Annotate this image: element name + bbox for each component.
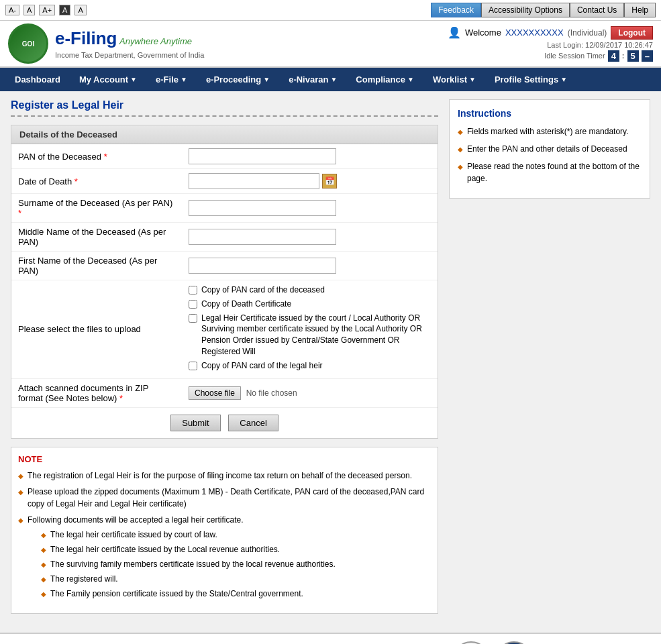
right-panel: Instructions Fields marked with asterisk… [449,99,650,614]
header: GOI e-Filing Anywhere Anytime Income Tax… [0,21,661,68]
eproceeding-arrow: ▼ [263,76,270,83]
nav-my-account[interactable]: My Account ▼ [70,68,146,91]
session-timer-label: Idle Session Timer [544,52,605,60]
timer-hours: 4 [608,50,619,62]
last-login-label: Last Login: [547,41,583,49]
department-subtitle: Income Tax Department, Government of Ind… [55,50,204,60]
sub-note-2: The legal heir certificate issued by the… [41,543,336,555]
pan-input[interactable] [189,148,336,164]
upload-label: Please select the files to upload [11,280,182,379]
username-display: XXXXXXXXXX [505,28,564,38]
contact-button[interactable]: Contact Us [570,3,624,17]
font-increase-btn[interactable]: A+ [39,5,55,15]
font-decrease-btn[interactable]: A- [5,5,19,15]
efiling-label: e-Filing [55,28,117,48]
submit-button[interactable]: Submit [170,415,220,431]
account-type: (Individual) [568,28,607,38]
form-table: PAN of the Deceased * Date of Death * 📅 [11,144,438,408]
instructions-list: Fields marked with asterisk(*) are manda… [458,125,642,184]
date-wrapper: 📅 [189,173,431,189]
sub-note-3: The surviving family members certificate… [41,558,336,570]
nav-efile[interactable]: e-File ▼ [146,68,197,91]
choose-file-button[interactable]: Choose file [189,386,241,400]
firstname-row: First Name of the Deceased (As per PAN) [11,252,438,280]
upload-label-1: Copy of PAN card of the deceased [201,284,325,296]
upload-options-cell: Copy of PAN card of the deceased Copy of… [182,280,438,379]
enivaran-arrow: ▼ [330,76,337,83]
upload-label-4: Copy of PAN card of the legal heir [201,360,323,372]
upload-option-1: Copy of PAN card of the deceased [189,284,431,296]
timer-minutes: 5 [627,50,639,62]
nav-enivaran[interactable]: e-Nivaran ▼ [279,68,346,91]
help-button[interactable]: Help [624,3,656,17]
firstname-label: First Name of the Deceased (As per PAN) [11,252,182,280]
cancel-button[interactable]: Cancel [228,415,278,431]
top-utility-buttons: Feedback Accessibility Options Contact U… [431,3,656,17]
font-contrast-btn[interactable]: A [59,5,70,15]
attach-row: Attach scanned documents in ZIP format (… [11,378,438,407]
last-login-value: 12/09/2017 10:26:47 [585,41,653,49]
note-list: The registration of Legal Heir is for th… [18,470,431,602]
surname-label: Surname of the Deceased (As per PAN) * [11,194,182,223]
instruction-3: Please read the notes found at the botto… [458,160,642,184]
timer-colon: : [622,52,625,60]
footer-links-area: Website Policies | RTI | Accessibility S… [100,641,427,644]
checkbox-pan-deceased[interactable] [189,286,197,294]
last-login-info: Last Login: 12/09/2017 10:26:47 [448,41,653,49]
note-section: NOTE The registration of Legal Heir is f… [11,447,438,614]
efiling-brand: e-Filing Anywhere Anytime [55,28,204,50]
nav-worklist[interactable]: Worklist ▼ [423,68,485,91]
gov-emblem: GOI [8,23,48,64]
surname-required: * [18,208,21,218]
top-bar: A- A A+ A A Feedback Accessibility Optio… [0,0,661,21]
nav-dashboard[interactable]: Dashboard [5,68,70,91]
efile-arrow: ▼ [181,76,187,83]
logout-button[interactable]: Logout [611,26,653,40]
attach-input-cell: Choose file No file chosen [182,378,438,407]
pan-required: * [104,152,107,162]
entrust-badge: Entrust [495,641,533,644]
pan-input-cell [182,144,438,169]
dod-label: Date of Death * [11,169,182,194]
checkbox-pan-heir[interactable] [189,362,197,370]
font-size-controls: A- A A+ A A [5,5,87,15]
page-title: Register as Legal Heir [11,99,438,117]
accessibility-button[interactable]: Accessibility Options [481,3,570,17]
feedback-button[interactable]: Feedback [431,3,481,17]
session-timer-row: Idle Session Timer 4 : 5 – [448,50,653,62]
calendar-icon[interactable]: 📅 [322,174,337,189]
footer-nav-links: Website Policies | RTI | Accessibility S… [100,641,427,644]
cqw-badge: CQW [452,641,490,644]
middlename-input[interactable] [189,229,336,245]
font-normal-btn[interactable]: A [23,5,35,15]
logo-text-area: e-Filing Anywhere Anytime Income Tax Dep… [55,28,204,60]
nav-eproceeding[interactable]: e-Proceeding ▼ [197,68,279,91]
attach-label: Attach scanned documents in ZIP format (… [11,378,182,407]
firstname-input-cell [182,252,438,280]
footer: india.gov.in The national portal of Indi… [0,633,661,644]
upload-option-2: Copy of Death Certificate [189,299,431,310]
instruction-2: Enter the PAN and other details of Decea… [458,143,642,155]
attach-required: * [119,393,123,403]
note-title: NOTE [18,454,431,464]
compliance-arrow: ▼ [407,76,414,83]
firstname-input[interactable] [189,258,336,274]
font-reset-btn[interactable]: A [74,5,86,15]
surname-input[interactable] [189,200,336,216]
dod-required: * [74,176,78,186]
checkbox-legal-heir-cert[interactable] [189,314,197,323]
worklist-arrow: ▼ [469,76,476,83]
logo-area: GOI e-Filing Anywhere Anytime Income Tax… [8,23,204,64]
footer-badges: CQW Entrust bsi. ISO/IEC20000-1 bsi. ISO… [452,641,650,644]
welcome-row: 👤 Welcome XXXXXXXXXX (Individual) Logout [448,26,653,40]
upload-row: Please select the files to upload Copy o… [11,280,438,379]
footer-left: india.gov.in The national portal of Indi… [11,641,427,644]
middlename-row: Middle Name of the Deceased (As per PAN) [11,223,438,252]
nav-compliance[interactable]: Compliance ▼ [346,68,423,91]
surname-input-cell [182,194,438,223]
middlename-input-cell [182,223,438,252]
form-actions: Submit Cancel [11,408,438,438]
checkbox-death-cert[interactable] [189,300,197,309]
dod-input[interactable] [189,173,319,189]
nav-profile-settings[interactable]: Profile Settings ▼ [485,68,576,91]
